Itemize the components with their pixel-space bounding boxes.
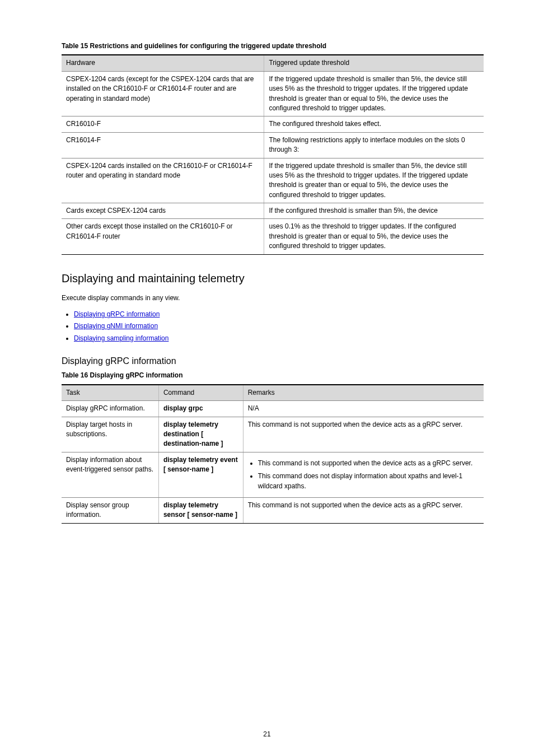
table1-cell: CSPEX-1204 cards (except for the CSPEX-1… — [62, 71, 264, 116]
table1-cell: Cards except CSPEX-1204 cards — [62, 203, 264, 219]
table1-caption: Table 15 Restrictions and guidelines for… — [62, 41, 484, 51]
table1-cell: If the triggered update threshold is sma… — [264, 71, 484, 116]
table2-cmd: display telemetry event [ sensor-name ] — [158, 452, 243, 497]
link-gnmi-info[interactable]: Displaying gNMI information — [74, 322, 158, 330]
table2-caption: Table 16 Displaying gRPC information — [62, 371, 484, 380]
table1-cell: CSPEX-1204 cards installed on the CR1601… — [62, 158, 264, 203]
table2-row: Display sensor group information. displa… — [62, 497, 484, 523]
table1-cell: The configured threshold takes effect. — [264, 116, 484, 132]
table2-task: Display sensor group information. — [62, 497, 158, 523]
table1-cell: CR16014-F — [62, 132, 264, 158]
table2-head-command: Command — [158, 385, 243, 401]
table1-row: CR16014-F The following restrictions app… — [62, 132, 484, 158]
table1-row: Cards except CSPEX-1204 cards If the con… — [62, 203, 484, 219]
table2-row: Display gRPC information. display grpc N… — [62, 401, 484, 417]
table1-row: CSPEX-1204 cards installed on the CR1601… — [62, 158, 484, 203]
table2-remark-item: This command is not supported when the d… — [258, 459, 479, 468]
table2-task: Display gRPC information. — [62, 401, 158, 417]
table1-cell: If the configured threshold is smaller t… — [264, 203, 484, 219]
table2-task: Display target hosts in subscriptions. — [62, 417, 158, 452]
table1-row: Other cards except those installed on th… — [62, 219, 484, 254]
link-grpc-info[interactable]: Displaying gRPC information — [74, 310, 160, 318]
table2-row: Display target hosts in subscriptions. d… — [62, 417, 484, 452]
table1-row: CR16010-F The configured threshold takes… — [62, 116, 484, 132]
page-number: 21 — [0, 730, 534, 739]
table2-remarks: N/A — [243, 401, 484, 417]
table2-cmd: display telemetry sensor [ sensor-name ] — [158, 497, 243, 523]
table1-row: CSPEX-1204 cards (except for the CSPEX-1… — [62, 71, 484, 116]
table2-cmd: display grpc — [158, 401, 243, 417]
link-sampling-info[interactable]: Displaying sampling information — [74, 334, 168, 342]
restrictions-table: Hardware Triggered update threshold CSPE… — [62, 54, 484, 254]
section-title: Displaying and maintaining telemetry — [62, 270, 484, 287]
table2-head-remarks: Remarks — [243, 385, 484, 401]
table1-cell: CR16010-F — [62, 116, 264, 132]
table1-cell: The following restrictions apply to inte… — [264, 132, 484, 158]
table2-head-task: Task — [62, 385, 158, 401]
table1-cell: If the triggered update threshold is sma… — [264, 158, 484, 203]
table1-cell: uses 0.1% as the threshold to trigger up… — [264, 219, 484, 254]
table2-remarks: This command is not supported when the d… — [243, 497, 484, 523]
table2-row: Display information about event-triggere… — [62, 452, 484, 497]
table1-cell: Other cards except those installed on th… — [62, 219, 264, 254]
table2-task: Display information about event-triggere… — [62, 452, 158, 497]
table2-cmd: display telemetry destination [ destinat… — [158, 417, 243, 452]
table2-remark-item: This command does not display informatio… — [258, 472, 479, 491]
table1-head-hardware: Hardware — [62, 55, 264, 71]
table1-head-threshold: Triggered update threshold — [264, 55, 484, 71]
subsection-title: Displaying gRPC information — [62, 354, 484, 367]
table2-remarks: This command is not supported when the d… — [243, 452, 484, 497]
section-intro: Execute display commands in any view. — [62, 293, 484, 303]
table2-remarks: This command is not supported when the d… — [243, 417, 484, 452]
grpc-info-table: Task Command Remarks Display gRPC inform… — [62, 384, 484, 524]
section-links: Displaying gRPC information Displaying g… — [74, 310, 484, 343]
